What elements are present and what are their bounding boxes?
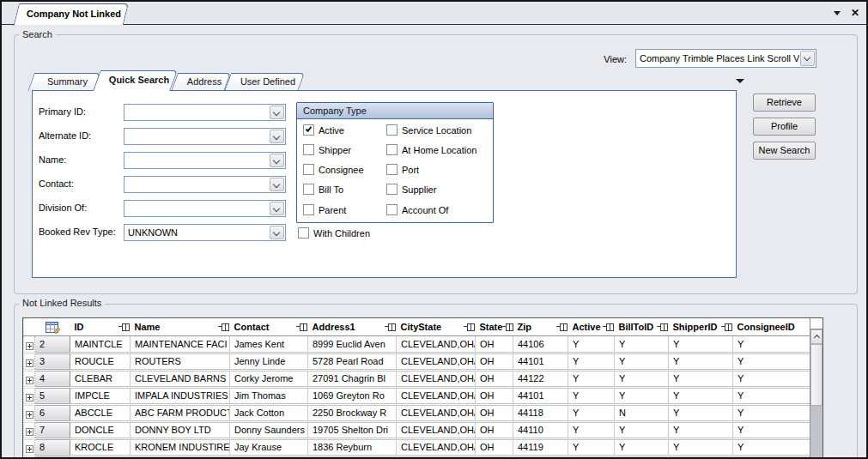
pin-icon[interactable]	[464, 323, 474, 330]
pin-icon[interactable]	[721, 323, 731, 330]
tab-user-defined-label: User Defined	[231, 73, 305, 91]
tab-quick-search-label: Quick Search	[100, 70, 178, 90]
expand-row-button[interactable]	[24, 404, 35, 421]
checkbox-checked-icon	[303, 124, 314, 136]
tab-company-not-linked-label: Company Not Linked	[19, 3, 129, 25]
row-number[interactable]: 6	[35, 404, 70, 421]
row-number[interactable]: 8	[35, 438, 70, 456]
chevron-down-icon[interactable]	[270, 226, 284, 239]
name-combobox[interactable]	[124, 152, 286, 169]
company-type-header: Company Type	[297, 103, 493, 119]
column-header-shipperid[interactable]: ShipperID	[669, 318, 733, 335]
retrieve-button[interactable]: Retrieve	[753, 94, 816, 112]
tab-company-not-linked[interactable]: Company Not Linked	[19, 3, 129, 25]
division-of-combobox[interactable]	[124, 200, 286, 217]
pin-icon[interactable]	[296, 323, 307, 330]
expand-row-button[interactable]	[24, 335, 35, 353]
column-header-citystate[interactable]: CityState	[397, 318, 476, 335]
checkbox-bill-to-label: Bill To	[319, 184, 343, 195]
vertical-scrollbar[interactable]	[810, 318, 822, 459]
column-header-id[interactable]: ID	[70, 318, 131, 335]
checkbox-consignee[interactable]: Consignee	[303, 164, 364, 175]
column-header-consigneeid[interactable]: ConsigneeID	[733, 318, 812, 335]
checkbox-at-home-location-label: At Home Location	[402, 145, 476, 155]
row-number[interactable]: 2	[35, 335, 70, 353]
tab-summary[interactable]: Summary	[34, 73, 100, 91]
tab-address[interactable]: Address	[178, 73, 231, 91]
name-label: Name:	[39, 154, 66, 165]
chevron-down-icon[interactable]	[270, 202, 284, 215]
expand-row-button[interactable]	[24, 353, 35, 370]
pin-icon[interactable]	[118, 323, 129, 330]
table-row[interactable]: 7 DONCLE DONNY BOY LTD Donny Saunders 19…	[24, 421, 812, 438]
close-icon[interactable]: ✕	[851, 8, 859, 18]
column-header-address1[interactable]: Address1	[308, 318, 397, 335]
column-header-state[interactable]: State	[476, 318, 513, 335]
view-combobox[interactable]: Company Trimble Places Link Scroll Vi	[635, 49, 816, 68]
row-number[interactable]: 5	[35, 387, 70, 404]
column-header-name[interactable]: Name	[131, 318, 230, 335]
chevron-down-icon[interactable]	[800, 51, 815, 66]
table-row[interactable]: 3 ROUCLE ROUTERS Jenny Linde 5728 Pearl …	[24, 353, 812, 370]
expand-row-button[interactable]	[24, 387, 35, 404]
new-search-button[interactable]: New Search	[753, 142, 816, 160]
booked-rev-type-combobox[interactable]: UNKNOWN	[124, 224, 286, 241]
chevron-down-icon[interactable]	[270, 106, 284, 119]
pin-icon[interactable]	[218, 323, 228, 330]
checkbox-with-children[interactable]: With Children	[298, 227, 370, 239]
column-header-contact[interactable]: Contact	[230, 318, 308, 335]
alternate-id-value	[128, 129, 269, 144]
pin-icon[interactable]	[603, 323, 613, 330]
column-header-active[interactable]: Active	[568, 318, 615, 335]
profile-button[interactable]: Profile	[753, 118, 816, 136]
checkbox-supplier[interactable]: Supplier	[386, 184, 436, 195]
view-label: View:	[594, 54, 627, 64]
table-row[interactable]: 4 CLEBAR CLEVELAND BARNS Corky Jerome 27…	[24, 370, 812, 387]
table-row[interactable]: 2 MAINTCLE MAINTENANCE FACI James Kent 8…	[24, 335, 812, 353]
scroll-thumb[interactable]	[810, 344, 822, 406]
expand-row-button[interactable]	[24, 370, 35, 387]
checkbox-consignee-label: Consignee	[319, 165, 364, 175]
tab-summary-label: Summary	[34, 73, 100, 91]
company-type-panel: Company Type Active Shipper Consignee Bi…	[296, 102, 494, 223]
column-header-billtoid[interactable]: BillToID	[615, 318, 669, 335]
chevron-down-icon[interactable]	[270, 178, 284, 191]
collapse-panel-arrow-icon[interactable]	[736, 79, 744, 83]
checkbox-shipper[interactable]: Shipper	[303, 144, 351, 155]
tab-quick-search[interactable]: Quick Search	[100, 70, 178, 91]
checkbox-parent-label: Parent	[319, 205, 346, 215]
contact-combobox[interactable]	[124, 176, 286, 193]
column-header-zip[interactable]: Zip	[513, 318, 568, 335]
row-number[interactable]: 7	[35, 421, 70, 438]
pin-icon[interactable]	[556, 323, 567, 330]
primary-id-combobox[interactable]	[124, 104, 286, 121]
checkbox-account-of[interactable]: Account Of	[386, 204, 448, 215]
row-number[interactable]: 3	[35, 353, 70, 370]
chevron-down-icon[interactable]	[270, 154, 284, 167]
table-row[interactable]: 6 ABCCLE ABC FARM PRODUCT Jack Cotton 22…	[24, 404, 812, 421]
alternate-id-combobox[interactable]	[124, 128, 286, 145]
checkbox-supplier-label: Supplier	[402, 184, 436, 195]
checkbox-at-home-location[interactable]: At Home Location	[386, 144, 476, 155]
checkbox-service-location-label: Service Location	[402, 125, 471, 136]
table-row[interactable]: 5 IMPCLE IMPALA INDUSTRIES Jim Thomas 10…	[24, 387, 812, 404]
tab-user-defined[interactable]: User Defined	[231, 73, 305, 91]
row-number[interactable]: 4	[35, 370, 70, 387]
chevron-down-icon[interactable]	[270, 130, 284, 143]
checkbox-port[interactable]: Port	[386, 164, 419, 175]
pin-icon[interactable]	[657, 323, 667, 330]
pin-icon[interactable]	[385, 323, 395, 330]
table-row[interactable]: 8 KROCLE KRONEM INDUSTIRE Jay Krause 183…	[24, 438, 812, 456]
expand-row-button[interactable]	[24, 438, 35, 456]
checkbox-bill-to[interactable]: Bill To	[303, 184, 343, 195]
scroll-up-button[interactable]	[810, 329, 822, 344]
expand-row-button[interactable]	[24, 421, 35, 438]
checkbox-service-location[interactable]: Service Location	[386, 124, 471, 136]
row-selector-header[interactable]	[35, 318, 70, 335]
name-value	[128, 153, 269, 168]
checkbox-parent[interactable]: Parent	[303, 204, 346, 215]
checkbox-icon	[386, 124, 398, 136]
checkbox-active[interactable]: Active	[303, 124, 344, 136]
pin-icon[interactable]	[502, 323, 513, 330]
window-menu-icon[interactable]	[834, 11, 841, 15]
